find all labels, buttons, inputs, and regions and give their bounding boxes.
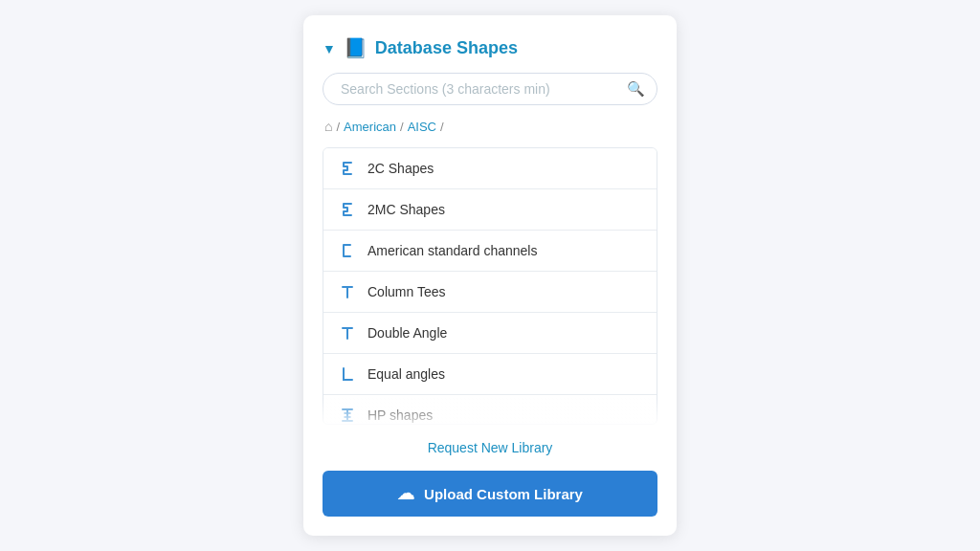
breadcrumb: ⌂ / American / AISC / xyxy=(323,119,657,134)
shape-icon xyxy=(337,199,358,220)
shape-icon xyxy=(337,158,358,179)
list-item[interactable]: Double Angle xyxy=(323,313,657,354)
shapes-list-wrapper: 2C Shapes 2MC Shapes American standard c… xyxy=(323,147,657,425)
book-icon: 📘 xyxy=(344,36,368,59)
home-icon[interactable]: ⌂ xyxy=(324,119,332,134)
list-item-label: Double Angle xyxy=(368,325,447,341)
shape-icon xyxy=(337,364,358,385)
list-item[interactable]: Equal angles xyxy=(323,354,657,395)
list-item[interactable]: Column Tees xyxy=(323,272,657,313)
database-shapes-panel: ▼ 📘 Database Shapes 🔍 ⌂ / American / AIS… xyxy=(303,15,677,536)
breadcrumb-sep-2: / xyxy=(400,120,404,134)
collapse-arrow-icon[interactable]: ▼ xyxy=(323,41,336,56)
list-item[interactable]: American standard channels xyxy=(323,231,657,272)
list-item[interactable]: HP shapes xyxy=(323,395,657,425)
list-item-label: American standard channels xyxy=(368,243,537,258)
cloud-upload-icon: ☁ xyxy=(397,483,414,504)
list-item-label: Equal angles xyxy=(368,366,445,382)
breadcrumb-american[interactable]: American xyxy=(344,120,396,134)
panel-title-text: Database Shapes xyxy=(375,38,518,58)
shape-icon xyxy=(337,405,358,425)
shape-icon xyxy=(337,322,358,343)
list-item-label: 2MC Shapes xyxy=(368,202,445,217)
search-input[interactable] xyxy=(323,73,657,105)
list-item-label: Column Tees xyxy=(368,284,445,299)
upload-custom-library-button[interactable]: ☁ Upload Custom Library xyxy=(323,471,657,517)
shape-icon xyxy=(337,240,358,261)
shapes-list[interactable]: 2C Shapes 2MC Shapes American standard c… xyxy=(323,147,657,425)
list-item[interactable]: 2MC Shapes xyxy=(323,189,657,231)
list-item-label: HP shapes xyxy=(368,408,433,423)
shape-icon xyxy=(337,281,358,302)
panel-title-row: ▼ 📘 Database Shapes xyxy=(323,36,657,59)
search-wrapper: 🔍 xyxy=(323,73,657,105)
upload-button-label: Upload Custom Library xyxy=(424,486,583,502)
breadcrumb-aisc[interactable]: AISC xyxy=(408,120,436,134)
request-new-library-link[interactable]: Request New Library xyxy=(323,438,657,457)
breadcrumb-sep-1: / xyxy=(336,120,340,134)
list-item-label: 2C Shapes xyxy=(368,161,434,176)
breadcrumb-sep-3: / xyxy=(440,120,444,134)
list-item[interactable]: 2C Shapes xyxy=(323,148,657,189)
